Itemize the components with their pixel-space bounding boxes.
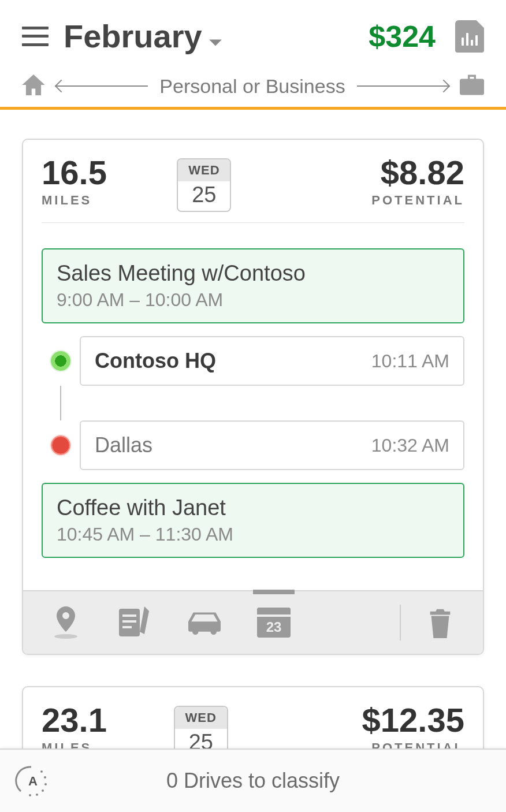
event-title: Coffee with Janet [57, 496, 449, 520]
svg-point-0 [54, 634, 77, 639]
day-number: 25 [175, 729, 227, 748]
bar-chart-icon [462, 33, 478, 46]
auto-classify-badge[interactable]: A [14, 763, 49, 798]
svg-point-9 [36, 794, 38, 796]
drives-to-classify-label: 0 Drives to classify [49, 769, 457, 793]
calendar-button[interactable]: 23 [250, 602, 298, 643]
svg-rect-4 [122, 626, 132, 628]
end-location-time: 10:32 AM [371, 435, 449, 456]
end-location-field[interactable]: Dallas 10:32 AM [80, 420, 464, 470]
day-of-week: WED [178, 159, 230, 181]
day-number: 25 [178, 181, 230, 211]
drive-card[interactable]: 16.5 MILES WED 25 $8.82 POTENTIAL Sales … [22, 139, 484, 655]
notes-button[interactable] [111, 602, 159, 643]
start-location-field[interactable]: Contoso HQ 10:11 AM [80, 336, 464, 386]
start-location-time: 10:11 AM [371, 351, 449, 372]
route-end-row: Dallas 10:32 AM [42, 420, 464, 470]
month-label: February [64, 17, 202, 55]
briefcase-icon[interactable] [460, 75, 484, 98]
footer-divider [400, 605, 401, 640]
home-icon[interactable] [22, 75, 45, 98]
event-title: Sales Meeting w/Contoso [57, 261, 449, 286]
date-chip[interactable]: WED 25 [177, 158, 231, 212]
svg-point-5 [40, 770, 43, 773]
svg-point-8 [42, 789, 44, 792]
svg-point-10 [29, 794, 31, 796]
calendar-icon-number: 23 [266, 619, 282, 635]
route-start-row: Contoso HQ 10:11 AM [42, 336, 464, 386]
drive-card-header: 16.5 MILES WED 25 $8.82 POTENTIAL [23, 140, 483, 222]
event-time: 10:45 AM – 11:30 AM [57, 524, 449, 545]
svg-rect-2 [122, 614, 136, 617]
drives-list[interactable]: 16.5 MILES WED 25 $8.82 POTENTIAL Sales … [0, 110, 506, 748]
end-marker-icon [51, 435, 70, 455]
vehicle-button[interactable] [180, 602, 229, 643]
drive-card-body: Sales Meeting w/Contoso 9:00 AM – 10:00 … [23, 223, 483, 590]
menu-icon[interactable] [22, 27, 49, 46]
miles-value: 23.1 [42, 703, 107, 737]
miles-metric: 16.5 MILES [42, 156, 107, 208]
calendar-icon: 23 [257, 608, 291, 638]
miles-label: MILES [42, 193, 107, 208]
date-chip[interactable]: WED 25 [174, 706, 228, 748]
potential-label: POTENTIAL [362, 740, 464, 748]
monthly-total[interactable]: $324 [369, 19, 436, 54]
event-time: 9:00 AM – 10:00 AM [57, 289, 449, 311]
location-button[interactable] [42, 602, 90, 643]
calendar-event[interactable]: Coffee with Janet 10:45 AM – 11:30 AM [42, 483, 464, 558]
swipe-right-arrow [357, 85, 448, 87]
start-location-name: Contoso HQ [95, 349, 216, 373]
potential-label: POTENTIAL [371, 193, 464, 208]
potential-value: $12.35 [362, 703, 464, 737]
end-location-name: Dallas [95, 433, 152, 457]
svg-point-6 [44, 776, 46, 779]
miles-metric: 23.1 MILES [42, 703, 107, 748]
potential-metric: $12.35 POTENTIAL [362, 703, 464, 748]
month-selector[interactable]: February [64, 17, 223, 55]
swipe-left-arrow [57, 85, 148, 87]
classify-hint-label: Personal or Business [159, 75, 345, 98]
start-marker-icon [51, 351, 70, 371]
svg-rect-3 [122, 620, 136, 623]
potential-metric: $8.82 POTENTIAL [371, 156, 464, 208]
svg-text:A: A [28, 774, 38, 788]
miles-label: MILES [42, 740, 107, 748]
bottom-bar: A 0 Drives to classify [0, 748, 506, 812]
calendar-event[interactable]: Sales Meeting w/Contoso 9:00 AM – 10:00 … [42, 248, 464, 323]
top-bar: February $324 [0, 0, 506, 66]
reports-button[interactable] [455, 20, 484, 53]
chevron-down-icon [208, 17, 223, 55]
drive-card-header: 23.1 MILES WED 25 $12.35 POTENTIAL [23, 687, 483, 748]
potential-value: $8.82 [371, 156, 464, 189]
drive-card-footer: 23 [23, 590, 483, 654]
miles-value: 16.5 [42, 156, 107, 189]
drive-card[interactable]: 23.1 MILES WED 25 $12.35 POTENTIAL [22, 686, 484, 748]
classify-hint-row: Personal or Business [0, 66, 506, 107]
delete-button[interactable] [416, 602, 464, 643]
svg-point-7 [44, 783, 47, 785]
day-of-week: WED [175, 707, 227, 729]
route-connector [42, 386, 464, 420]
